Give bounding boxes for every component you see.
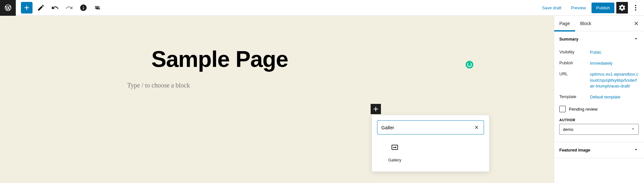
template-value[interactable]: Default template bbox=[590, 94, 639, 100]
author-value: demo bbox=[563, 127, 573, 132]
visibility-value[interactable]: Public bbox=[590, 50, 639, 55]
block-placeholder[interactable]: Type / to choose a block bbox=[127, 82, 402, 89]
save-draft-button[interactable]: Save draft bbox=[538, 3, 565, 13]
featured-image-label: Featured image bbox=[559, 148, 590, 152]
block-search-input[interactable] bbox=[381, 125, 473, 130]
summary-section-header[interactable]: Summary bbox=[554, 31, 644, 47]
gallery-icon bbox=[391, 143, 399, 152]
template-label: Template bbox=[559, 94, 590, 99]
info-button[interactable] bbox=[78, 2, 89, 14]
block-inserter-button[interactable] bbox=[371, 104, 381, 114]
clear-search-button[interactable] bbox=[473, 124, 480, 131]
block-result-label: Gallery bbox=[388, 158, 401, 162]
publish-label: Publish bbox=[559, 60, 590, 65]
chevron-down-icon bbox=[633, 147, 639, 153]
more-options-button[interactable] bbox=[630, 2, 641, 14]
publish-value[interactable]: Immediately bbox=[590, 60, 639, 66]
block-result-gallery[interactable]: Gallery bbox=[377, 140, 412, 166]
page-title[interactable]: Sample Page bbox=[151, 48, 402, 70]
tab-page[interactable]: Page bbox=[554, 16, 575, 31]
list-view-button[interactable] bbox=[92, 2, 103, 14]
settings-button[interactable] bbox=[616, 2, 628, 14]
grammarly-icon[interactable] bbox=[466, 61, 473, 69]
summary-title: Summary bbox=[559, 37, 578, 41]
url-value[interactable]: optimus.eu1.wpsandbox.cloud/zqs/qbfxy8lq… bbox=[590, 71, 639, 89]
redo-button[interactable] bbox=[63, 2, 75, 14]
undo-button[interactable] bbox=[49, 2, 61, 14]
edit-tool-button[interactable] bbox=[35, 2, 47, 14]
url-label: URL bbox=[559, 71, 590, 76]
svg-point-1 bbox=[635, 7, 636, 8]
pending-review-checkbox[interactable] bbox=[559, 106, 566, 112]
publish-button[interactable]: Publish bbox=[592, 3, 614, 13]
tab-block[interactable]: Block bbox=[575, 16, 596, 31]
visibility-label: Visibility bbox=[559, 50, 590, 54]
author-heading: AUTHOR bbox=[559, 115, 639, 124]
featured-image-section[interactable]: Featured image bbox=[554, 142, 644, 158]
pending-review-label: Pending review bbox=[569, 107, 598, 112]
chevron-up-icon bbox=[633, 36, 639, 42]
svg-point-2 bbox=[635, 9, 636, 11]
preview-button[interactable]: Preview bbox=[567, 3, 590, 13]
author-select[interactable]: demo bbox=[559, 124, 639, 135]
wordpress-logo[interactable] bbox=[0, 0, 16, 16]
block-inserter-popover: Gallery bbox=[372, 115, 489, 172]
add-block-button[interactable] bbox=[21, 2, 33, 14]
chevron-down-icon bbox=[631, 127, 635, 132]
svg-point-0 bbox=[635, 5, 636, 6]
block-search-container bbox=[377, 120, 484, 134]
close-sidebar-button[interactable] bbox=[630, 17, 643, 30]
